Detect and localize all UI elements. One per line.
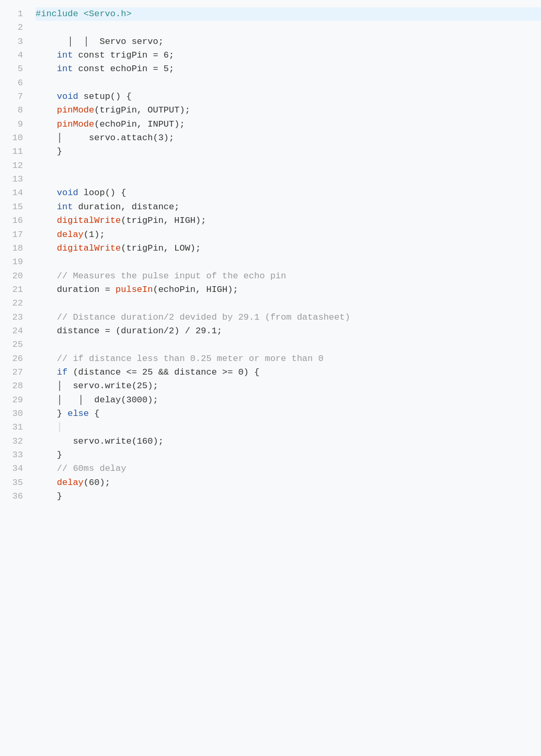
code-line: │ servo.attach(3); xyxy=(36,131,541,145)
code-line xyxy=(36,76,541,90)
code-line: int const trigPin = 6; xyxy=(36,49,541,62)
line-numbers: 1234567891011121314151617181920212223242… xyxy=(0,4,31,752)
code-line: │ │ Servo servo; xyxy=(36,35,541,49)
code-line: void setup() { xyxy=(36,90,541,104)
code-line: // Distance duration/2 devided by 29.1 (… xyxy=(36,311,541,324)
code-line: // 60ms delay xyxy=(36,462,541,476)
code-line: digitalWrite(trigPin, HIGH); xyxy=(36,214,541,228)
code-line: pinMode(trigPin, OUTPUT); xyxy=(36,104,541,117)
code-line: void loop() { xyxy=(36,186,541,200)
line-number: 6 xyxy=(0,76,23,90)
code-line xyxy=(36,159,541,173)
code-content[interactable]: #include <Servo.h> │ │ Servo servo; int … xyxy=(31,4,541,752)
line-number: 32 xyxy=(0,435,23,448)
line-number: 17 xyxy=(0,228,23,242)
line-number: 20 xyxy=(0,269,23,283)
code-line: duration = pulseIn(echoPin, HIGH); xyxy=(36,283,541,297)
code-line: // if distance less than 0.25 meter or m… xyxy=(36,352,541,366)
code-line: } xyxy=(36,490,541,503)
line-number: 25 xyxy=(0,338,23,352)
line-number: 36 xyxy=(0,490,23,503)
line-number: 27 xyxy=(0,366,23,379)
code-line: // Measures the pulse input of the echo … xyxy=(36,269,541,283)
line-number: 1 xyxy=(0,7,23,21)
line-number: 22 xyxy=(0,297,23,310)
code-line: } xyxy=(36,448,541,462)
code-line: int duration, distance; xyxy=(36,200,541,214)
line-number: 35 xyxy=(0,476,23,490)
line-number: 14 xyxy=(0,186,23,200)
line-number: 10 xyxy=(0,131,23,145)
code-line: } else { xyxy=(36,407,541,421)
line-number: 8 xyxy=(0,104,23,117)
line-number: 3 xyxy=(0,35,23,49)
line-number: 23 xyxy=(0,311,23,324)
line-number: 31 xyxy=(0,421,23,434)
line-number: 4 xyxy=(0,49,23,62)
code-line: if (distance <= 25 && distance >= 0) { xyxy=(36,366,541,379)
line-number: 11 xyxy=(0,145,23,159)
line-number: 16 xyxy=(0,214,23,228)
code-line: } xyxy=(36,145,541,159)
code-line: │ xyxy=(36,421,541,434)
line-number: 33 xyxy=(0,448,23,462)
code-line xyxy=(36,338,541,352)
code-line: servo.write(160); xyxy=(36,435,541,448)
code-line xyxy=(36,255,541,269)
code-line xyxy=(36,21,541,35)
line-number: 28 xyxy=(0,379,23,393)
line-number: 19 xyxy=(0,255,23,269)
line-number: 24 xyxy=(0,324,23,338)
line-number: 5 xyxy=(0,62,23,76)
line-number: 2 xyxy=(0,21,23,35)
line-number: 12 xyxy=(0,159,23,173)
line-number: 30 xyxy=(0,407,23,421)
code-line: │ │ delay(3000); xyxy=(36,393,541,407)
line-number: 9 xyxy=(0,118,23,131)
line-number: 21 xyxy=(0,283,23,297)
line-number: 18 xyxy=(0,242,23,255)
line-number: 34 xyxy=(0,462,23,476)
code-line: #include <Servo.h> xyxy=(36,7,541,21)
code-line: pinMode(echoPin, INPUT); xyxy=(36,118,541,131)
code-editor: 1234567891011121314151617181920212223242… xyxy=(0,0,541,756)
line-number: 26 xyxy=(0,352,23,366)
line-number: 7 xyxy=(0,90,23,104)
code-line: delay(1); xyxy=(36,228,541,242)
code-line xyxy=(36,173,541,186)
code-line: delay(60); xyxy=(36,476,541,490)
code-line: distance = (duration/2) / 29.1; xyxy=(36,324,541,338)
line-number: 13 xyxy=(0,173,23,186)
line-number: 29 xyxy=(0,393,23,407)
line-number: 15 xyxy=(0,200,23,214)
code-line xyxy=(36,297,541,310)
code-line: digitalWrite(trigPin, LOW); xyxy=(36,242,541,255)
code-line: │ servo.write(25); xyxy=(36,379,541,393)
code-line: int const echoPin = 5; xyxy=(36,62,541,76)
